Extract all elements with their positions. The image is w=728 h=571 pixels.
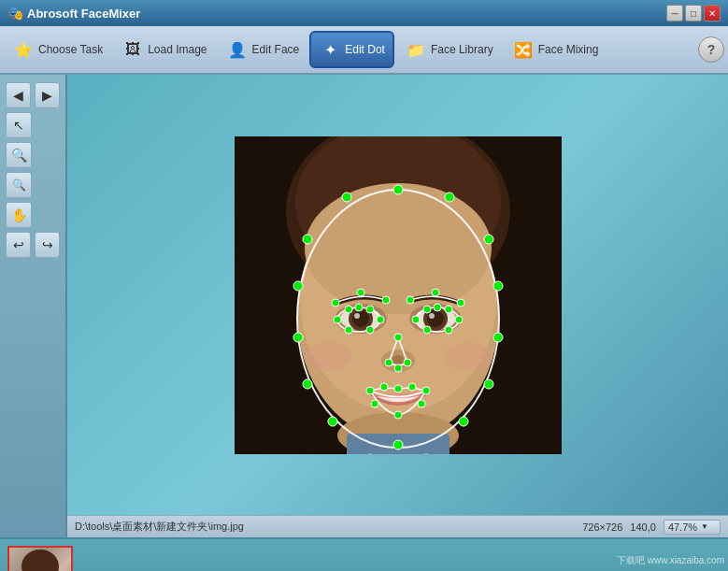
- app-icon: 🎭: [7, 6, 23, 21]
- svg-point-45: [355, 304, 363, 311]
- svg-point-43: [334, 316, 341, 323]
- load-image-icon: 🖼: [121, 38, 144, 61]
- svg-point-63: [394, 385, 402, 393]
- minimize-button[interactable]: ─: [666, 5, 683, 21]
- svg-point-11: [354, 313, 360, 319]
- svg-point-64: [408, 383, 416, 391]
- redo-button[interactable]: ↪: [35, 232, 60, 258]
- svg-point-15: [429, 313, 435, 319]
- svg-point-29: [484, 235, 493, 244]
- svg-point-39: [432, 289, 439, 296]
- face-image-wrapper: [235, 136, 562, 454]
- face-library-icon: 📁: [405, 38, 427, 61]
- svg-point-33: [459, 417, 468, 426]
- svg-point-37: [382, 296, 390, 304]
- svg-point-38: [407, 296, 414, 304]
- thumbnail-image[interactable]: [7, 546, 73, 571]
- svg-point-67: [394, 411, 402, 419]
- cursor-coords: 140,0: [630, 521, 656, 533]
- help-button[interactable]: ?: [698, 36, 724, 63]
- svg-point-54: [455, 316, 463, 323]
- svg-point-55: [445, 326, 452, 334]
- svg-point-74: [21, 550, 59, 571]
- svg-point-19: [305, 342, 351, 370]
- face-dot-overlay: [235, 136, 562, 454]
- svg-point-61: [366, 387, 374, 394]
- bottom-area: ◀ ▶: [0, 537, 728, 571]
- edit-face-label: Edit Face: [252, 43, 300, 56]
- toolbar-edit-face[interactable]: 👤 Edit Face: [218, 31, 308, 68]
- toolbar-face-library[interactable]: 📁 Face Library: [396, 31, 502, 68]
- zoom-dropdown[interactable]: 47.7% ▼: [664, 520, 721, 535]
- svg-point-10: [352, 310, 369, 327]
- image-dimensions: 726×726: [582, 521, 622, 533]
- zoom-value: 47.7%: [668, 521, 697, 533]
- nav-row: ◀ ▶: [6, 82, 60, 108]
- svg-point-5: [305, 183, 492, 314]
- edit-dot-label: Edit Dot: [345, 43, 385, 56]
- face-library-label: Face Library: [431, 43, 493, 56]
- svg-point-46: [366, 306, 374, 313]
- select-tool[interactable]: ↖: [6, 112, 32, 138]
- title-controls: ─ □ ✕: [666, 5, 721, 21]
- svg-point-48: [366, 326, 374, 334]
- toolbar-face-mixing[interactable]: 🔀 Face Mixing: [504, 31, 607, 68]
- title-text: Abrosoft FaceMixer: [27, 7, 140, 21]
- canvas-area: D:\tools\桌面素材\新建文件夹\img.jpg 726×726 140,…: [67, 75, 728, 537]
- svg-point-66: [418, 400, 425, 407]
- next-button[interactable]: ▶: [35, 82, 60, 108]
- title-bar-left: 🎭 Abrosoft FaceMixer: [7, 6, 140, 21]
- svg-point-32: [484, 379, 493, 389]
- prev-button[interactable]: ◀: [6, 82, 31, 108]
- svg-point-30: [493, 281, 503, 291]
- zoom-in-row: 🔍: [6, 142, 60, 168]
- undo-button[interactable]: ↩: [6, 232, 31, 258]
- select-row: ↖: [6, 112, 60, 138]
- svg-point-25: [293, 281, 303, 291]
- face-mixing-icon: 🔀: [512, 38, 535, 61]
- thumbnail-strip: [0, 539, 728, 571]
- thumbnail-face: [9, 548, 71, 571]
- edit-dot-icon: ✦: [319, 38, 341, 61]
- undo-redo-row: ↩ ↪: [6, 232, 60, 258]
- svg-point-56: [423, 326, 431, 334]
- svg-point-58: [385, 359, 393, 366]
- svg-point-49: [345, 326, 352, 334]
- svg-point-14: [427, 310, 444, 327]
- svg-point-52: [434, 304, 441, 311]
- left-toolbar: ◀ ▶ ↖ 🔍 🔍 ✋ ↩ ↪: [0, 75, 67, 537]
- svg-point-62: [380, 383, 388, 391]
- close-button[interactable]: ✕: [704, 5, 721, 21]
- load-image-label: Load Image: [148, 43, 207, 56]
- svg-point-35: [332, 299, 339, 307]
- toolbar-edit-dot[interactable]: ✦ Edit Dot: [309, 31, 394, 68]
- thumbnail-svg: [9, 548, 71, 571]
- svg-point-68: [371, 400, 378, 407]
- svg-point-50: [412, 316, 420, 323]
- maximize-button[interactable]: □: [685, 5, 702, 21]
- toolbar-load-image[interactable]: 🖼 Load Image: [113, 31, 215, 68]
- svg-point-57: [394, 334, 402, 341]
- svg-point-53: [445, 306, 452, 313]
- pan-row: ✋: [6, 202, 60, 228]
- svg-point-51: [423, 306, 431, 313]
- svg-point-24: [303, 235, 312, 244]
- svg-point-60: [394, 364, 402, 372]
- status-bar: D:\tools\桌面素材\新建文件夹\img.jpg 726×726 140,…: [67, 515, 728, 537]
- svg-point-36: [357, 289, 364, 296]
- zoom-in-tool[interactable]: 🔍: [6, 142, 32, 168]
- svg-point-69: [342, 193, 351, 202]
- svg-point-28: [328, 417, 337, 426]
- zoom-out-tool[interactable]: 🔍: [6, 172, 32, 198]
- file-path: D:\tools\桌面素材\新建文件夹\img.jpg: [75, 520, 575, 534]
- svg-point-23: [393, 185, 403, 194]
- svg-point-40: [457, 299, 464, 307]
- image-container[interactable]: [67, 75, 728, 515]
- main-content: ◀ ▶ ↖ 🔍 🔍 ✋ ↩ ↪: [0, 75, 728, 537]
- zoom-dropdown-arrow: ▼: [701, 522, 708, 531]
- zoom-out-row: 🔍: [6, 172, 60, 198]
- svg-point-59: [404, 359, 411, 366]
- pan-tool[interactable]: ✋: [6, 202, 32, 228]
- toolbar-choose-task[interactable]: ⭐ Choose Task: [4, 31, 111, 68]
- svg-point-20: [445, 342, 492, 370]
